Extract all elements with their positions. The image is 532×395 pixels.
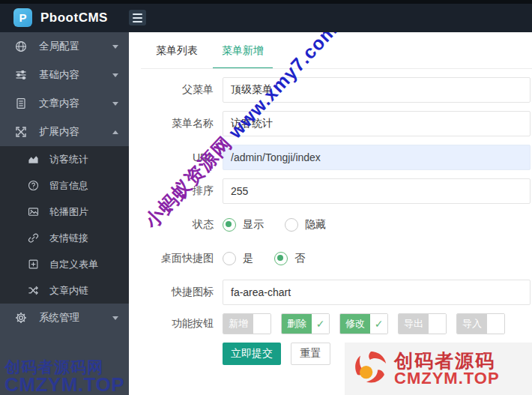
- area-chart-icon: [27, 154, 39, 166]
- tab-menu-list[interactable]: 菜单列表: [147, 32, 207, 69]
- form-row-status: 状态 显示 隐藏: [129, 212, 532, 238]
- sidebar-subitem-label: 留言信息: [49, 179, 88, 193]
- toggle-import[interactable]: 导入: [456, 313, 505, 334]
- chevron-down-icon: [112, 45, 118, 49]
- menu-name-input[interactable]: [223, 111, 531, 136]
- url-input[interactable]: [223, 145, 531, 170]
- field-label: 菜单名称: [129, 117, 223, 130]
- gear-icon: [14, 312, 27, 325]
- check-icon: [253, 314, 270, 334]
- sidebar-subitem-article-links[interactable]: 文章内链: [0, 277, 129, 304]
- sidebar-subitem-label: 轮播图片: [49, 205, 88, 219]
- menu-add-form: 父菜单 顶级菜单 菜单名称 URL 排序 状态 显示 隐藏 桌面快捷图: [129, 69, 532, 365]
- plus-square-icon: [27, 259, 39, 271]
- form-row-parent-menu: 父菜单 顶级菜单: [129, 77, 532, 103]
- status-show-radio[interactable]: [223, 218, 236, 232]
- sidebar-subitem-label: 文章内链: [49, 284, 88, 298]
- tab-bar: 菜单列表 菜单新增: [129, 32, 532, 69]
- sidebar-watermark: 创码者源码网 CMZYM.TOP: [4, 359, 124, 394]
- top-header: P PbootCMS: [0, 0, 532, 32]
- sidebar-subitem-custom-forms[interactable]: 自定义表单: [0, 251, 129, 277]
- tab-divider: [141, 68, 532, 69]
- sidebar-subitem-friendly-links[interactable]: 友情链接: [0, 225, 129, 251]
- sidebar-subitem-label: 访客统计: [49, 153, 88, 166]
- sort-input[interactable]: [223, 178, 531, 204]
- shuffle-icon: [27, 285, 39, 297]
- status-hide-radio[interactable]: [285, 218, 298, 232]
- field-label: 父菜单: [129, 83, 223, 97]
- field-label: URL: [129, 151, 223, 163]
- toggle-export[interactable]: 导出: [398, 313, 447, 334]
- chevron-down-icon: [112, 73, 118, 77]
- sidebar-subitem-visitor-stats[interactable]: 访客统计: [0, 146, 129, 172]
- toggle-delete[interactable]: 删除: [281, 313, 330, 334]
- arrows-icon: [14, 126, 27, 139]
- form-row-menu-name: 菜单名称: [129, 111, 532, 136]
- form-row-desktop-shortcut: 桌面快捷图 是 否: [129, 246, 532, 271]
- field-label: 快捷图标: [129, 286, 223, 299]
- sidebar-item-basic-content[interactable]: 基础内容: [0, 61, 129, 89]
- field-label: 排序: [129, 184, 223, 198]
- watermark-text: 创码者源码网: [4, 359, 124, 375]
- form-row-actions: 立即提交 重置: [129, 343, 532, 365]
- status-show-label[interactable]: 显示: [243, 218, 264, 232]
- sidebar-item-label: 扩展内容: [39, 125, 79, 139]
- sidebar-item-label: 全局配置: [39, 40, 79, 53]
- image-icon: [27, 206, 39, 218]
- form-row-function-buttons: 功能按钮 新增 删除 修改 导出 导入: [129, 313, 532, 334]
- sidebar-subitem-label: 自定义表单: [49, 258, 98, 271]
- form-row-url: URL: [129, 145, 532, 170]
- sidebar-item-label: 基础内容: [39, 68, 79, 82]
- globe-icon: [14, 40, 27, 53]
- hamburger-icon: [133, 13, 142, 15]
- shortcut-yes-label[interactable]: 是: [243, 252, 253, 265]
- sidebar-item-article-content[interactable]: 文章内容: [0, 89, 129, 118]
- toggle-add[interactable]: 新增: [223, 313, 271, 334]
- shortcut-no-radio[interactable]: [274, 252, 288, 265]
- shortcut-icon-input[interactable]: [223, 280, 531, 305]
- collapse-menu-button[interactable]: [129, 10, 146, 25]
- question-circle-icon: [27, 180, 39, 192]
- submit-button[interactable]: 立即提交: [223, 343, 281, 365]
- chevron-down-icon: [112, 102, 118, 106]
- field-label: 状态: [129, 218, 223, 232]
- sidebar-item-extended-content[interactable]: 扩展内容: [0, 118, 129, 146]
- sidebar-item-label: 文章内容: [39, 97, 79, 110]
- sidebar-item-system-management[interactable]: 系统管理: [0, 304, 129, 332]
- chevron-up-icon: [112, 130, 118, 134]
- sidebar-item-global-config[interactable]: 全局配置: [0, 32, 129, 61]
- check-icon: [370, 314, 387, 334]
- main-content: 菜单列表 菜单新增 父菜单 顶级菜单 菜单名称 URL 排序 状态 显示: [129, 32, 532, 395]
- field-label: 桌面快捷图: [129, 252, 223, 265]
- extended-content-submenu: 访客统计 留言信息 轮播图片: [0, 146, 129, 304]
- sidebar-subitem-label: 友情链接: [49, 232, 88, 245]
- sliders-icon: [14, 69, 27, 82]
- shortcut-no-label[interactable]: 否: [294, 252, 305, 265]
- sidebar-item-label: 系统管理: [39, 311, 79, 325]
- watermark-domain: CMZYM.TOP: [4, 375, 124, 394]
- status-hide-label[interactable]: 隐藏: [305, 218, 326, 232]
- check-icon: [487, 314, 504, 334]
- parent-menu-select[interactable]: 顶级菜单: [223, 77, 531, 103]
- shortcut-yes-radio[interactable]: [223, 252, 236, 265]
- form-row-sort: 排序: [129, 178, 532, 204]
- app-title: PbootCMS: [40, 10, 108, 25]
- tab-menu-add[interactable]: 菜单新增: [213, 32, 273, 69]
- check-icon: [312, 314, 329, 334]
- sidebar-nav: 全局配置 基础内容 文章内容 扩展内容: [0, 32, 129, 395]
- document-icon: [14, 97, 27, 110]
- app-logo: P PbootCMS: [13, 8, 108, 27]
- form-row-shortcut-icon: 快捷图标: [129, 280, 532, 305]
- chevron-down-icon: [112, 316, 118, 320]
- check-icon: [429, 314, 446, 334]
- sidebar-subitem-messages[interactable]: 留言信息: [0, 172, 129, 199]
- pbootcms-logo-icon: P: [13, 8, 32, 27]
- field-label: 功能按钮: [129, 317, 223, 331]
- link-icon: [27, 232, 39, 244]
- toggle-modify[interactable]: 修改: [339, 313, 388, 334]
- sidebar-subitem-carousel-images[interactable]: 轮播图片: [0, 199, 129, 225]
- reset-button[interactable]: 重置: [291, 343, 330, 365]
